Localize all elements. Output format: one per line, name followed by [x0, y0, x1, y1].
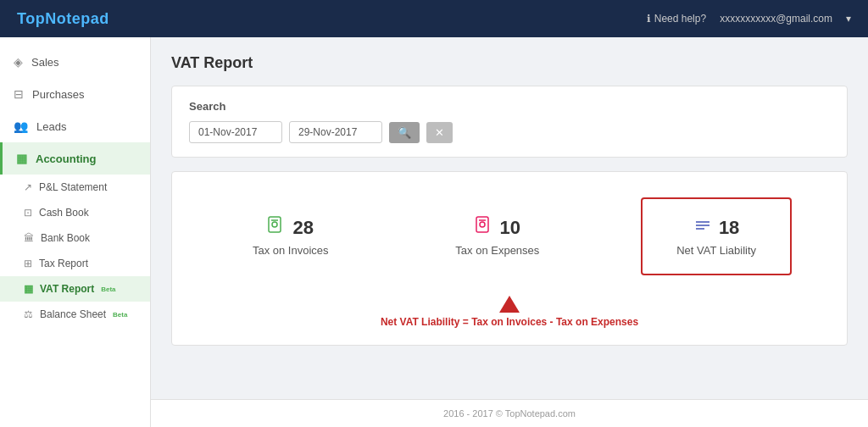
vatreport-icon: ▦ — [24, 283, 33, 295]
logo: TopNotepad — [17, 10, 109, 28]
footer: 2016 - 2017 © TopNotepad.com — [151, 399, 868, 427]
leads-icon: 👥 — [14, 119, 28, 133]
sub-item-label: Bank Book — [41, 232, 90, 244]
user-email: xxxxxxxxxxx@gmail.com — [720, 13, 832, 25]
stats-row: 28 Tax on Invoices — [189, 197, 830, 275]
sidebar-item-label: Sales — [31, 56, 59, 69]
annotation-text: Net VAT Liability = Tax on Invoices - Ta… — [381, 316, 638, 328]
sidebar-item-tax-report[interactable]: ⊞ Tax Report — [0, 251, 150, 276]
sidebar-item-label: Accounting — [36, 152, 97, 165]
search-label: Search — [189, 100, 830, 113]
footer-text: 2016 - 2017 © TopNotepad.com — [443, 408, 576, 419]
svg-rect-3 — [476, 217, 488, 232]
sidebar-item-label: Leads — [36, 120, 66, 133]
vat-icon — [693, 216, 712, 239]
clear-button[interactable]: ✕ — [426, 122, 453, 143]
expense-icon — [475, 216, 493, 239]
app-layout: ◈ Sales ⊟ Purchases 👥 Leads ▦ Accounting… — [0, 37, 868, 427]
stats-panel: 28 Tax on Invoices — [171, 171, 848, 346]
vat-beta-badge: Beta — [101, 286, 115, 293]
sidebar-item-bank-book[interactable]: 🏛 Bank Book — [0, 225, 150, 251]
purchases-icon: ⊟ — [14, 87, 24, 101]
tax-expenses-number: 10 — [455, 216, 539, 239]
sub-item-label: Balance Sheet — [40, 308, 106, 320]
balance-beta-badge: Beta — [113, 311, 127, 319]
header-right: ℹ Need help? xxxxxxxxxxx@gmail.com ▾ — [647, 13, 851, 25]
taxreport-icon: ⊞ — [24, 258, 32, 269]
tax-invoices-value: 28 — [292, 217, 313, 239]
help-icon: ℹ — [647, 13, 651, 25]
tax-invoices-number: 28 — [253, 216, 329, 239]
header: TopNotepad ℹ Need help? xxxxxxxxxxx@gmai… — [0, 0, 868, 37]
sidebar-sub-menu: ↗ P&L Statement ⊡ Cash Book 🏛 Bank Book … — [0, 175, 150, 327]
search-panel: Search 🔍 ✕ — [171, 86, 848, 158]
sidebar-item-label: Purchases — [32, 88, 84, 101]
pl-icon: ↗ — [24, 181, 32, 193]
sidebar-item-purchases[interactable]: ⊟ Purchases — [0, 78, 150, 110]
stat-card-net-vat: 18 Net VAT Liability — [641, 197, 792, 275]
invoice-icon — [267, 216, 286, 239]
stat-card-invoices: 28 Tax on Invoices — [227, 208, 354, 265]
date-to-input[interactable] — [289, 121, 382, 143]
tax-invoices-label: Tax on Invoices — [253, 244, 329, 257]
search-row: 🔍 ✕ — [189, 121, 830, 143]
svg-rect-0 — [269, 217, 281, 232]
accounting-icon: ▦ — [16, 152, 27, 165]
net-vat-label: Net VAT Liability — [676, 244, 756, 257]
balancesheet-icon: ⚖ — [24, 308, 33, 320]
sub-item-label: Tax Report — [39, 258, 88, 269]
main-content: VAT Report Search 🔍 ✕ — [151, 37, 868, 399]
svg-point-1 — [272, 222, 277, 227]
sidebar-item-pl-statement[interactable]: ↗ P&L Statement — [0, 175, 150, 200]
date-from-input[interactable] — [189, 121, 282, 143]
annotation-row: Net VAT Liability = Tax on Invoices - Ta… — [189, 296, 830, 328]
svg-point-4 — [480, 222, 485, 227]
chevron-down-icon[interactable]: ▾ — [846, 13, 851, 25]
sidebar-item-balance-sheet[interactable]: ⚖ Balance Sheet Beta — [0, 302, 150, 327]
help-label[interactable]: Need help? — [654, 13, 706, 25]
sub-item-label: P&L Statement — [39, 181, 107, 193]
stat-card-expenses: 10 Tax on Expenses — [430, 208, 565, 265]
sub-item-label: VAT Report — [40, 283, 94, 295]
bankbook-icon: 🏛 — [24, 232, 34, 244]
sidebar-item-vat-report[interactable]: ▦ VAT Report Beta — [0, 276, 150, 302]
tax-expenses-label: Tax on Expenses — [455, 244, 539, 257]
sub-item-label: Cash Book — [39, 207, 89, 219]
page-title: VAT Report — [171, 54, 848, 72]
cashbook-icon: ⊡ — [24, 207, 32, 219]
arrow-up-icon — [499, 296, 520, 313]
help-link[interactable]: ℹ Need help? — [647, 13, 706, 25]
logo-text: TopNotepad — [17, 10, 109, 27]
net-vat-value: 18 — [719, 217, 739, 239]
search-button[interactable]: 🔍 — [389, 122, 420, 143]
net-vat-number: 18 — [676, 216, 756, 239]
sidebar: ◈ Sales ⊟ Purchases 👥 Leads ▦ Accounting… — [0, 37, 151, 427]
sidebar-item-accounting[interactable]: ▦ Accounting — [0, 142, 150, 175]
sidebar-item-leads[interactable]: 👥 Leads — [0, 110, 150, 142]
sidebar-item-sales[interactable]: ◈ Sales — [0, 46, 150, 78]
sales-icon: ◈ — [14, 55, 23, 69]
sidebar-item-cash-book[interactable]: ⊡ Cash Book — [0, 200, 150, 225]
tax-expenses-value: 10 — [500, 217, 520, 239]
